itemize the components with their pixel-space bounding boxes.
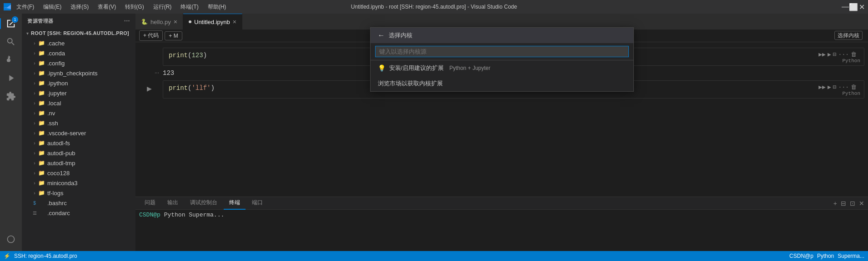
tree-root-arrow: ▾ xyxy=(24,31,31,36)
tree-item-autodl-tmp-label: autodl-tmp xyxy=(47,160,75,167)
activity-icon-extensions[interactable] xyxy=(3,88,19,104)
minimize-button[interactable]: — xyxy=(843,4,848,10)
tree-root-label: ROOT [SSH: REGION-45.AUTODL.PRO] xyxy=(31,30,129,36)
tree-item-nv[interactable]: › 📁 .nv xyxy=(22,108,135,118)
sidebar-tree[interactable]: ▾ ROOT [SSH: REGION-45.AUTODL.PRO] › 📁 .… xyxy=(22,28,135,251)
tree-item-autodl-pub[interactable]: › 📁 autodl-pub xyxy=(22,148,135,158)
kernel-dialog-title: 选择内核 xyxy=(389,31,412,39)
tree-item-miniconda3[interactable]: › 📁 miniconda3 xyxy=(22,178,135,188)
kernel-option-install-label: 安装/启用建议的扩展 xyxy=(389,64,444,72)
activity-icon-remote[interactable] xyxy=(3,231,19,247)
sidebar-action-more[interactable]: ··· xyxy=(124,17,130,25)
menu-selection[interactable]: 选择(S) xyxy=(69,2,90,12)
tree-item-ssh-label: .ssh xyxy=(47,120,58,127)
menu-view[interactable]: 查看(V) xyxy=(96,2,118,12)
tree-item-condarc[interactable]: ☰ .condarc xyxy=(22,208,135,218)
kernel-option-install[interactable]: 💡 安装/启用建议的扩展 Python + Jupyter xyxy=(371,60,633,76)
kernel-dialog-header-left: ← 选择内核 xyxy=(378,31,412,39)
tree-item-autodl-fs-arrow: › xyxy=(31,141,38,146)
kernel-dialog-back-button[interactable]: ← xyxy=(378,31,385,39)
tree-item-autodl-fs-label: autodl-fs xyxy=(47,140,70,147)
tree-item-local-label: .local xyxy=(47,100,61,107)
tree-item-autodl-tmp-arrow: › xyxy=(31,161,38,166)
activity-icon-explorer[interactable]: 1 xyxy=(3,15,19,32)
folder-icon-miniconda3: 📁 xyxy=(38,180,45,186)
tree-item-bashrc-arrow: $ xyxy=(31,201,38,206)
tree-item-config[interactable]: › 📁 .config xyxy=(22,58,135,68)
tree-item-cache-arrow: › xyxy=(31,41,38,46)
kernel-options: 💡 安装/启用建议的扩展 Python + Jupyter 浏览市场以获取内核扩… xyxy=(371,60,633,91)
sidebar-header-actions: ··· xyxy=(124,17,130,25)
activity-icon-source-control[interactable] xyxy=(3,52,19,68)
tree-item-local[interactable]: › 📁 .local xyxy=(22,98,135,108)
menu-terminal[interactable]: 终端(T) xyxy=(179,2,200,12)
tree-item-tf-logs-arrow: › xyxy=(31,191,38,196)
tree-item-ipynb-checkpoints[interactable]: › 📁 .ipynb_checkpoints xyxy=(22,68,135,78)
close-button[interactable]: ✕ xyxy=(859,4,864,10)
folder-icon-autodl-fs: 📁 xyxy=(38,140,45,146)
kernel-option-browse-label: 浏览市场以获取内核扩展 xyxy=(378,79,443,88)
tree-item-config-arrow: › xyxy=(31,61,38,66)
sidebar-header: 资源管理器 ··· xyxy=(22,14,135,28)
title-bar-title: Untitled.ipynb - root [SSH: region-45.au… xyxy=(351,4,517,10)
status-bar-right: CSDN@p Python Superma... xyxy=(789,253,864,259)
folder-icon-local: 📁 xyxy=(38,100,45,106)
title-bar-right: — ⬜ ✕ xyxy=(843,4,864,10)
folder-icon-nv: 📁 xyxy=(38,110,45,116)
tree-item-nv-arrow: › xyxy=(31,111,38,116)
status-python[interactable]: Python xyxy=(817,253,834,259)
tree-item-conda-arrow: › xyxy=(31,51,38,56)
tree-item-autodl-pub-arrow: › xyxy=(31,151,38,156)
menu-help[interactable]: 帮助(H) xyxy=(206,2,228,12)
sidebar: 资源管理器 ··· ▾ ROOT [SSH: REGION-45.AUTODL.… xyxy=(22,14,135,251)
folder-icon-coco128: 📁 xyxy=(38,170,45,176)
tree-item-tf-logs-label: tf-logs xyxy=(47,190,63,197)
tree-item-config-label: .config xyxy=(47,60,65,67)
tree-item-tf-logs[interactable]: › 📁 tf-logs xyxy=(22,188,135,198)
kernel-dialog: ← 选择内核 💡 安装/启用建议的扩展 Python + Jupyter 浏览市… xyxy=(370,27,634,92)
title-bar-menu[interactable]: 文件(F) 编辑(E) 选择(S) 查看(V) 转到(G) 运行(R) 终端(T… xyxy=(15,2,228,12)
tree-item-conda[interactable]: › 📁 .conda xyxy=(22,48,135,58)
tree-item-ssh[interactable]: › 📁 .ssh xyxy=(22,118,135,128)
editor-area: 🐍 hello.py × Untitled.ipynb × + 代码 + M 选… xyxy=(135,14,868,251)
tree-item-bashrc[interactable]: $ .bashrc xyxy=(22,198,135,208)
tree-item-condarc-label: .condarc xyxy=(47,210,70,217)
menu-run[interactable]: 运行(R) xyxy=(151,2,174,12)
folder-icon-conda: 📁 xyxy=(38,50,45,56)
tree-item-ssh-arrow: › xyxy=(31,121,38,126)
tree-root-item[interactable]: ▾ ROOT [SSH: REGION-45.AUTODL.PRO] xyxy=(22,28,135,38)
kernel-search-input[interactable] xyxy=(375,46,629,57)
tree-item-nv-label: .nv xyxy=(47,110,55,117)
activity-icon-run[interactable] xyxy=(3,70,19,86)
kernel-dialog-overlay: ← 选择内核 💡 安装/启用建议的扩展 Python + Jupyter 浏览市… xyxy=(135,14,868,251)
tree-item-ipython[interactable]: › 📁 .ipython xyxy=(22,78,135,88)
kernel-option-install-sublabel: Python + Jupyter xyxy=(449,65,490,71)
maximize-button[interactable]: ⬜ xyxy=(851,4,856,10)
activity-icon-search[interactable] xyxy=(3,34,19,50)
tree-item-autodl-fs[interactable]: › 📁 autodl-fs xyxy=(22,138,135,148)
tree-item-cache[interactable]: › 📁 .cache xyxy=(22,38,135,48)
folder-icon: 📁 xyxy=(38,40,45,46)
kernel-search-bar xyxy=(371,43,633,60)
tree-item-jupyter[interactable]: › 📁 .jupyter xyxy=(22,88,135,98)
activity-bar: 1 xyxy=(0,14,22,251)
tree-item-coco128-arrow: › xyxy=(31,171,38,176)
kernel-dialog-header: ← 选择内核 xyxy=(371,28,633,43)
tree-item-bashrc-label: .bashrc xyxy=(47,200,67,207)
tree-item-cache-label: .cache xyxy=(47,40,65,47)
title-bar: 文件(F) 编辑(E) 选择(S) 查看(V) 转到(G) 运行(R) 终端(T… xyxy=(0,0,868,14)
tree-item-autodl-tmp[interactable]: › 📁 autodl-tmp xyxy=(22,158,135,168)
tree-item-vscode-server-arrow: › xyxy=(31,131,38,136)
menu-edit[interactable]: 编辑(E) xyxy=(41,2,63,12)
menu-goto[interactable]: 转到(G) xyxy=(123,2,146,12)
kernel-option-browse[interactable]: 浏览市场以获取内核扩展 xyxy=(371,76,633,91)
tree-item-vscode-server[interactable]: › 📁 .vscode-server xyxy=(22,128,135,138)
status-superma: Superma... xyxy=(838,253,864,259)
menu-file[interactable]: 文件(F) xyxy=(15,2,36,12)
status-remote-label[interactable]: SSH: region-45.autodl.pro xyxy=(14,253,77,259)
folder-icon-ssh: 📁 xyxy=(38,120,45,126)
tree-item-ipynb-checkpoints-label: .ipynb_checkpoints xyxy=(47,70,98,77)
tree-item-miniconda3-label: miniconda3 xyxy=(47,180,78,187)
status-remote-icon: ⚡ xyxy=(4,253,10,259)
tree-item-coco128[interactable]: › 📁 coco128 xyxy=(22,168,135,178)
